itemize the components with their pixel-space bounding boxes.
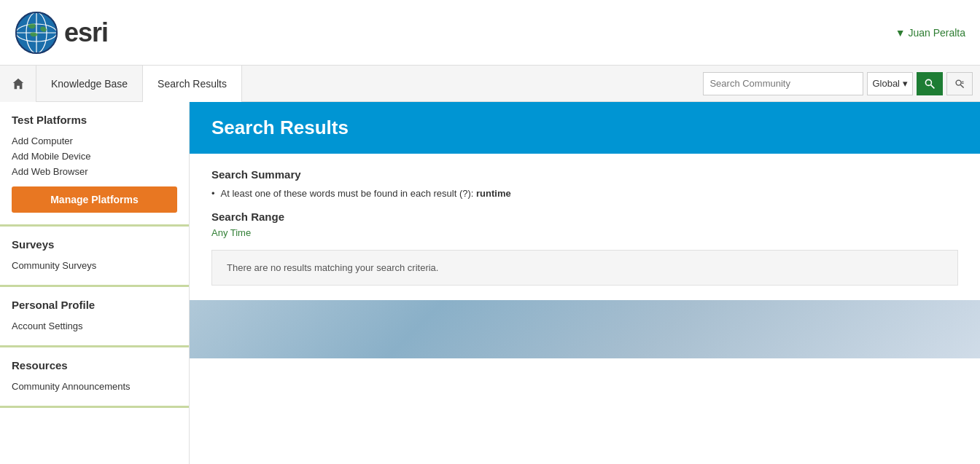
sidebar: Test Platforms Add Computer Add Mobile D… [0, 102, 190, 464]
sidebar-link-community-surveys[interactable]: Community Surveys [12, 258, 177, 273]
user-name: Juan Peralta [908, 27, 965, 39]
search-input[interactable] [703, 72, 863, 95]
svg-line-7 [931, 84, 935, 88]
search-icon [924, 78, 936, 90]
svg-point-6 [925, 79, 931, 85]
sidebar-section-resources: Resources Community Announcements [0, 347, 189, 408]
sidebar-link-add-web-browser[interactable]: Add Web Browser [12, 164, 177, 179]
sidebar-section-test-platforms: Test Platforms Add Computer Add Mobile D… [0, 102, 189, 227]
home-button[interactable] [0, 66, 36, 102]
user-menu[interactable]: ▼ Juan Peralta [895, 27, 965, 39]
search-scope-label: Global [872, 78, 900, 89]
page-title: Search Results [211, 117, 958, 139]
search-scope-dropdown[interactable]: Global ▾ [867, 72, 913, 95]
sidebar-link-account-settings[interactable]: Account Settings [12, 318, 177, 334]
logo-globe-icon [15, 11, 58, 55]
content-body: Search Summary • At least one of these w… [190, 154, 980, 300]
sidebar-section-title-personal-profile: Personal Profile [12, 299, 177, 311]
manage-platforms-button[interactable]: Manage Platforms [12, 186, 177, 213]
search-range-value: Any Time [211, 227, 958, 238]
sidebar-section-title-test-platforms: Test Platforms [12, 114, 177, 126]
dropdown-chevron-icon: ▾ [903, 78, 908, 89]
sidebar-section-title-surveys: Surveys [12, 238, 177, 251]
chevron-down-icon: ▼ [895, 27, 906, 39]
search-summary-prefix: At least one of these words must be foun… [221, 188, 476, 199]
search-button[interactable] [917, 72, 943, 95]
content-area: Search Results Search Summary • At least… [190, 102, 980, 464]
page-header: esri ▼ Juan Peralta [0, 0, 980, 66]
nav-knowledge-base-label: Knowledge Base [51, 78, 128, 90]
search-summary-heading: Search Summary [211, 168, 958, 181]
search-summary-item: • At least one of these words must be fo… [211, 188, 958, 199]
sidebar-link-community-announcements[interactable]: Community Announcements [12, 379, 177, 394]
search-summary-text: At least one of these words must be foun… [221, 188, 511, 199]
search-keyword: runtime [476, 188, 511, 199]
navigation-bar: Knowledge Base Search Results Global ▾ [0, 66, 980, 102]
advanced-search-icon [954, 79, 965, 89]
content-header: Search Results [190, 102, 980, 154]
sidebar-link-add-mobile-device[interactable]: Add Mobile Device [12, 149, 177, 164]
svg-line-9 [960, 84, 963, 87]
logo-text: esri [64, 17, 108, 48]
logo-area: esri [15, 11, 108, 55]
nav-search-results[interactable]: Search Results [143, 66, 242, 102]
sidebar-section-title-resources: Resources [12, 359, 177, 371]
nav-search-results-label: Search Results [158, 78, 227, 90]
svg-point-8 [956, 80, 961, 85]
sidebar-link-add-computer[interactable]: Add Computer [12, 133, 177, 149]
search-area: Global ▾ [696, 72, 980, 95]
nav-knowledge-base[interactable]: Knowledge Base [36, 66, 143, 102]
advanced-search-button[interactable] [946, 72, 973, 95]
sidebar-section-personal-profile: Personal Profile Account Settings [0, 287, 189, 347]
home-icon [12, 77, 25, 90]
sidebar-section-surveys: Surveys Community Surveys [0, 227, 189, 287]
search-range-heading: Search Range [211, 211, 958, 223]
footer-background [190, 300, 980, 358]
no-results-message: There are no results matching your searc… [211, 250, 958, 286]
bullet-icon: • [211, 188, 215, 199]
main-layout: Test Platforms Add Computer Add Mobile D… [0, 102, 980, 464]
